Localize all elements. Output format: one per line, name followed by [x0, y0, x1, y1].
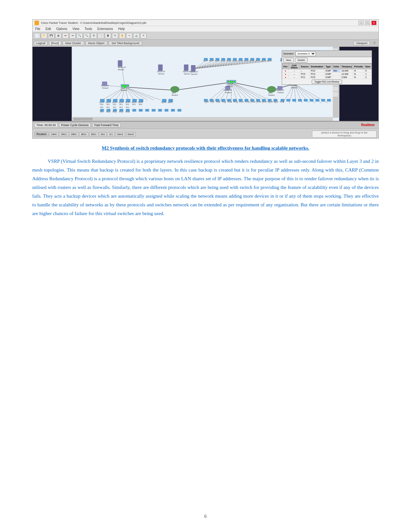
drop-device-hint: (Select a Device to Drag and Drop to the…	[321, 131, 367, 137]
minimize-btn[interactable]: ─	[358, 21, 364, 25]
svg-point-78	[171, 86, 180, 93]
svg-rect-131	[210, 58, 214, 61]
scenario-select[interactable]: Scenario 0	[296, 51, 316, 56]
toolbar2: Logical [Root] New Cluster Move Object S…	[33, 40, 378, 47]
window-controls[interactable]: ─ □ ✕	[358, 21, 377, 25]
svg-rect-107	[107, 99, 111, 102]
svg-text:PC-PT: PC-PT	[221, 60, 226, 62]
menu-tools[interactable]: Tools	[84, 27, 92, 31]
svg-rect-135	[221, 58, 225, 61]
svg-point-232	[230, 81, 233, 84]
svg-text:Router3: Router3	[172, 94, 178, 96]
new-cluster-btn[interactable]: New Cluster	[63, 41, 84, 45]
svg-line-27	[231, 82, 277, 103]
select-btn[interactable]: ↖	[112, 33, 118, 39]
menu-view[interactable]: View	[73, 27, 80, 31]
zoom-out-btn[interactable]: 🔍	[83, 33, 90, 39]
svg-line-4	[103, 87, 125, 100]
svg-text:PC-PT: PC-PT	[232, 60, 237, 62]
svg-text:PC-PT: PC-PT	[215, 60, 220, 62]
device-btn-generic2[interactable]: Gen2	[126, 132, 136, 136]
logical-btn[interactable]: Logical	[34, 41, 48, 45]
device-btn-2811[interactable]: 2811	[59, 132, 68, 136]
svg-rect-217	[132, 109, 136, 112]
svg-line-45	[194, 61, 238, 69]
svg-text:Printer0: Printer0	[278, 92, 284, 94]
svg-text:Printer2: Printer2	[225, 92, 231, 94]
device-btn-1r1[interactable]: 1r1	[107, 132, 114, 136]
menu-options[interactable]: Options	[56, 27, 67, 31]
svg-line-19	[225, 82, 231, 103]
pdu-row-2: ● -- PC1 PC5 ICMP 3.584 N 2	[282, 76, 372, 79]
svg-rect-151	[268, 58, 272, 61]
device-btn-2811b[interactable]: 2811	[79, 132, 88, 136]
redo-btn[interactable]: ↪	[69, 33, 76, 39]
svg-text:Server-PT: Server-PT	[118, 66, 126, 68]
save-btn[interactable]: 💾	[48, 33, 54, 39]
close-btn[interactable]: ✕	[371, 21, 377, 25]
svg-line-30	[294, 84, 296, 103]
device-btn-1841[interactable]: 1841	[50, 132, 59, 136]
fast-forward-btn[interactable]: Fast Forward Time	[92, 123, 121, 127]
svg-line-32	[294, 84, 309, 103]
delete-scenario-btn[interactable]: Delete	[295, 58, 308, 63]
svg-rect-179	[250, 99, 254, 102]
menu-extensions[interactable]: Extensions	[97, 27, 113, 31]
svg-rect-133	[216, 58, 220, 61]
svg-line-24	[231, 82, 257, 103]
svg-rect-141	[239, 58, 243, 61]
svg-text:PC11: PC11	[113, 111, 117, 113]
device-btn-generic1[interactable]: Gen1	[115, 132, 125, 136]
svg-text:PC1: PC1	[107, 103, 110, 105]
svg-line-34	[294, 84, 322, 103]
svg-point-72	[122, 85, 123, 86]
help-tool-btn[interactable]: ?	[140, 33, 147, 39]
move-btn[interactable]: ✋	[119, 33, 125, 39]
svg-text:Printer-PT: Printer-PT	[276, 89, 285, 91]
delete-btn[interactable]: 🗑	[105, 33, 111, 39]
pdu-row-1: ● -- PC4 PC3 ICMP 12.946 N 1	[282, 73, 372, 76]
svg-line-37	[175, 82, 231, 90]
device-btn-2811c[interactable]: 2811	[89, 132, 98, 136]
zoom-in-btn[interactable]: 🔍	[76, 33, 83, 39]
inspect-btn[interactable]: 🔬	[133, 33, 140, 39]
svg-point-86	[230, 81, 231, 82]
undo-btn[interactable]: ↩	[62, 33, 69, 39]
simulation-window: Cisco Packet Tracer Student - C:\Users\A…	[33, 20, 378, 138]
power-cycle-btn[interactable]: Power Cycle Devices	[59, 123, 91, 127]
print-btn[interactable]: 🖨	[55, 33, 62, 39]
device-btn-2k1[interactable]: 2k1	[99, 132, 107, 136]
svg-text:PC31: PC31	[263, 101, 267, 103]
new-scenario-btn[interactable]: New	[283, 58, 294, 63]
section-heading[interactable]: M2 Synthesis of switch redundancy protoc…	[32, 144, 379, 152]
svg-line-10	[125, 87, 141, 100]
svg-rect-145	[250, 58, 254, 61]
move-object-btn[interactable]: Move Object	[85, 41, 108, 45]
svg-line-9	[125, 87, 135, 100]
svg-line-43	[194, 61, 225, 69]
maximize-btn[interactable]: □	[365, 21, 370, 25]
svg-rect-215	[120, 109, 123, 112]
menu-help[interactable]: Help	[118, 27, 125, 31]
menu-edit[interactable]: Edit	[45, 27, 51, 31]
svg-rect-212	[100, 109, 104, 112]
svg-text:PC17: PC17	[210, 101, 215, 103]
svg-point-75	[128, 85, 129, 86]
open-btn[interactable]: 📁	[41, 33, 47, 39]
device-btn-2801[interactable]: 2801	[69, 132, 78, 136]
paste-btn[interactable]: 📋	[98, 33, 104, 39]
svg-rect-149	[262, 58, 266, 61]
copy-btn[interactable]: ⎘	[91, 33, 97, 39]
tiled-bg-btn[interactable]: Set Tiled Background	[109, 41, 142, 45]
menu-file[interactable]: File	[35, 27, 40, 31]
svg-text:PC4: PC4	[126, 106, 129, 108]
svg-point-230	[122, 85, 124, 87]
new-btn[interactable]: 📄	[34, 33, 40, 39]
svg-rect-235	[73, 118, 93, 120]
place-btn[interactable]: +	[126, 33, 132, 39]
toggle-pdu-btn[interactable]: Toggle PDU List Window	[312, 80, 342, 84]
svg-rect-218	[139, 109, 143, 112]
svg-rect-94	[278, 86, 283, 90]
svg-text:PC2: PC2	[113, 106, 116, 108]
svg-line-26	[231, 82, 270, 103]
